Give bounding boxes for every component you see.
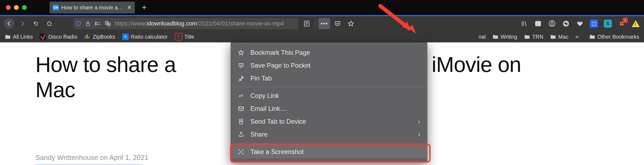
new-tab-button[interactable]: + <box>142 3 147 12</box>
page-actions-menu: Bookmark This Page Save Page to Pocket P… <box>231 42 427 162</box>
menu-save-to-pocket[interactable]: Save Page to Pocket <box>231 59 427 72</box>
title-bar: iDB How to share a movie as an MP… ✕ + <box>0 0 644 16</box>
svg-point-6 <box>321 23 323 24</box>
menu-separator <box>231 87 427 87</box>
url-text: https://www.idownloadblog.com/2021/04/01… <box>115 20 284 27</box>
account-icon[interactable] <box>547 19 557 28</box>
minimize-window-icon[interactable] <box>14 5 19 10</box>
svg-rect-15 <box>87 34 88 39</box>
chevron-right-icon: › <box>418 118 420 126</box>
share-icon <box>238 131 245 138</box>
extension-blue-icon[interactable]: ⬚ <box>589 19 598 28</box>
maximize-window-icon[interactable] <box>22 5 27 10</box>
other-bookmarks-folder[interactable]: Other Bookmarks <box>589 34 639 40</box>
bookmark-ratio-calc[interactable]: ≡ Ratio calculator <box>122 34 168 40</box>
favicon-icon: iDB <box>53 5 59 10</box>
sidebar-icon[interactable] <box>534 19 543 28</box>
bookmark-folder-writing[interactable]: Writing <box>493 34 517 40</box>
svg-rect-9 <box>535 21 541 26</box>
menu-separator <box>231 143 427 143</box>
star-icon <box>238 49 245 56</box>
extension-heart-icon[interactable] <box>575 19 584 28</box>
warning-icon[interactable] <box>631 19 640 28</box>
pin-icon <box>238 75 245 82</box>
forward-button[interactable] <box>17 18 28 29</box>
svg-rect-14 <box>85 35 86 39</box>
svg-point-7 <box>323 23 325 24</box>
menu-bookmark-page[interactable]: Bookmark This Page <box>231 46 427 59</box>
permissions-icon[interactable] <box>94 21 101 26</box>
menu-pin-tab[interactable]: Pin Tab <box>231 72 427 85</box>
svg-point-12 <box>563 21 569 27</box>
pocket-icon <box>238 62 245 69</box>
browser-tab[interactable]: iDB How to share a movie as an MP… ✕ <box>50 2 135 13</box>
svg-point-1 <box>95 22 97 23</box>
svg-point-2 <box>95 24 97 25</box>
menu-copy-link[interactable]: Copy Link <box>231 89 427 102</box>
svg-point-11 <box>551 22 553 24</box>
link-icon <box>238 93 245 99</box>
device-icon <box>238 118 245 125</box>
page-actions <box>301 18 357 29</box>
svg-rect-0 <box>86 23 90 25</box>
close-window-icon[interactable] <box>6 5 11 10</box>
browser-toolbar: https://www.idownloadblog.com/2021/04/01… <box>0 16 644 31</box>
reader-mode-button[interactable] <box>301 18 313 29</box>
article-meta: Sandy Writtenhouse on April 1, 2021 <box>35 153 149 162</box>
bookmark-title[interactable]: T Title <box>175 33 194 41</box>
menu-take-screenshot[interactable]: Take a Screenshot <box>231 145 427 158</box>
separator <box>315 20 316 27</box>
pocket-button[interactable] <box>332 18 343 29</box>
lock-icon[interactable] <box>85 21 91 26</box>
back-button[interactable] <box>4 18 14 29</box>
bookmark-folder-trn[interactable]: TRN <box>524 34 543 40</box>
menu-email-link[interactable]: Email Link… <box>231 102 427 115</box>
bookmarks-overflow-icon[interactable]: » <box>575 33 577 40</box>
home-button[interactable] <box>44 18 55 29</box>
reload-button[interactable] <box>31 18 41 29</box>
menu-share[interactable]: Share › <box>231 128 427 141</box>
tab-title: How to share a movie as an MP… <box>61 5 124 11</box>
screenshot-icon <box>238 149 245 155</box>
close-tab-icon[interactable]: ✕ <box>127 4 132 11</box>
shield-icon[interactable] <box>76 21 82 27</box>
extension-s-icon[interactable]: S <box>603 19 612 28</box>
url-bar[interactable]: https://www.idownloadblog.com/2021/04/01… <box>73 18 298 29</box>
extension-swirl-icon[interactable] <box>561 19 571 28</box>
author-link[interactable]: Sandy Writtenhouse <box>35 153 98 162</box>
page-actions-menu-button[interactable] <box>318 18 330 29</box>
toolbar-right-icons: ⬚ S <box>520 19 640 28</box>
extension-flag-icon[interactable] <box>617 19 626 28</box>
bookmarks-bar: All Links Disco Radio ZipBooks ≡ Ratio c… <box>0 31 644 42</box>
library-icon[interactable] <box>520 19 529 28</box>
svg-rect-13 <box>619 21 625 26</box>
svg-rect-16 <box>88 36 90 39</box>
menu-send-to-device[interactable]: Send Tab to Device › <box>231 115 427 128</box>
bookmark-star-button[interactable] <box>345 18 357 29</box>
bookmark-folder-all-links[interactable]: All Links <box>5 34 33 40</box>
bookmark-zipbooks[interactable]: ZipBooks <box>84 34 115 40</box>
traffic-lights <box>6 5 27 10</box>
translate-icon[interactable] <box>105 21 111 27</box>
bookmark-folder-mac[interactable]: Mac <box>550 34 568 40</box>
bookmark-folder-nal[interactable]: nal <box>479 34 486 40</box>
svg-point-8 <box>326 23 327 24</box>
bookmark-disco-radio[interactable]: Disco Radio <box>40 34 77 40</box>
chevron-right-icon: › <box>418 130 420 139</box>
mail-icon <box>238 105 245 112</box>
svg-rect-17 <box>239 107 243 111</box>
